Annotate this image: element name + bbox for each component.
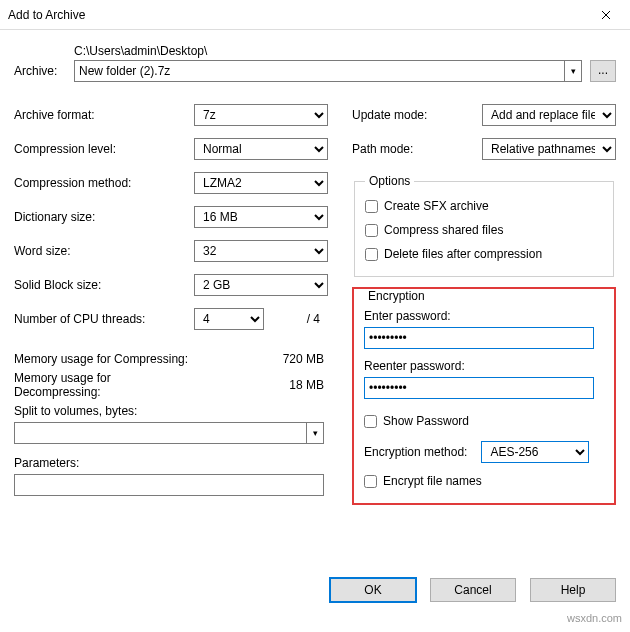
options-legend: Options xyxy=(365,174,414,188)
split-label: Split to volumes, bytes: xyxy=(14,404,332,418)
sfx-checkbox[interactable] xyxy=(365,200,378,213)
delete-checkbox[interactable] xyxy=(365,248,378,261)
cpu-max: / 4 xyxy=(272,312,320,326)
word-select[interactable]: 32 xyxy=(194,240,328,262)
sfx-label: Create SFX archive xyxy=(384,199,489,213)
chevron-down-icon: ▾ xyxy=(571,66,576,76)
mem-comp-label: Memory usage for Compressing: xyxy=(14,352,194,366)
cpu-label: Number of CPU threads: xyxy=(14,312,194,326)
titlebar: Add to Archive xyxy=(0,0,630,30)
ok-button[interactable]: OK xyxy=(330,578,416,602)
dialog-buttons: OK Cancel Help xyxy=(330,578,616,602)
archive-field: ▾ xyxy=(74,60,582,82)
reenter-password-label: Reenter password: xyxy=(364,359,604,373)
archive-label: Archive: xyxy=(14,64,66,78)
pathmode-label: Path mode: xyxy=(352,142,482,156)
password-input[interactable] xyxy=(364,327,594,349)
method-select[interactable]: LZMA2 xyxy=(194,172,328,194)
right-column: Update mode: Add and replace files Path … xyxy=(352,98,616,505)
split-dropdown-button[interactable]: ▾ xyxy=(306,422,324,444)
block-select[interactable]: 2 GB xyxy=(194,274,328,296)
update-select[interactable]: Add and replace files xyxy=(482,104,616,126)
encryption-highlight: Encryption Enter password: Reenter passw… xyxy=(352,287,616,505)
mem-decomp-value: 18 MB xyxy=(194,378,324,392)
encrypt-names-label: Encrypt file names xyxy=(383,474,482,488)
block-label: Solid Block size: xyxy=(14,278,194,292)
dict-label: Dictionary size: xyxy=(14,210,194,224)
archive-path: C:\Users\admin\Desktop\ xyxy=(74,44,616,58)
encryption-group: Encryption Enter password: Reenter passw… xyxy=(354,289,614,503)
pathmode-select[interactable]: Relative pathnames xyxy=(482,138,616,160)
encrypt-names-checkbox[interactable] xyxy=(364,475,377,488)
close-icon xyxy=(601,10,611,20)
enter-password-label: Enter password: xyxy=(364,309,604,323)
archive-filename-input[interactable] xyxy=(74,60,564,82)
shared-checkbox[interactable] xyxy=(365,224,378,237)
shared-label: Compress shared files xyxy=(384,223,503,237)
dialog-body: C:\Users\admin\Desktop\ Archive: ▾ ... A… xyxy=(0,30,630,505)
param-input[interactable] xyxy=(14,474,324,496)
dict-select[interactable]: 16 MB xyxy=(194,206,328,228)
mem-decomp-label: Memory usage for Decompressing: xyxy=(14,371,194,399)
delete-label: Delete files after compression xyxy=(384,247,542,261)
level-select[interactable]: Normal xyxy=(194,138,328,160)
method-label: Compression method: xyxy=(14,176,194,190)
word-label: Word size: xyxy=(14,244,194,258)
show-password-label: Show Password xyxy=(383,414,469,428)
browse-button[interactable]: ... xyxy=(590,60,616,82)
window-title: Add to Archive xyxy=(8,8,583,22)
level-label: Compression level: xyxy=(14,142,194,156)
encryption-legend: Encryption xyxy=(364,289,429,303)
watermark: wsxdn.com xyxy=(567,612,622,624)
update-label: Update mode: xyxy=(352,108,482,122)
mem-comp-value: 720 MB xyxy=(194,352,324,366)
archive-dropdown-button[interactable]: ▾ xyxy=(564,60,582,82)
left-column: Archive format: 7z Compression level: No… xyxy=(14,98,332,505)
help-button[interactable]: Help xyxy=(530,578,616,602)
password-confirm-input[interactable] xyxy=(364,377,594,399)
cancel-button[interactable]: Cancel xyxy=(430,578,516,602)
format-select[interactable]: 7z xyxy=(194,104,328,126)
chevron-down-icon: ▾ xyxy=(313,428,318,438)
enc-method-label: Encryption method: xyxy=(364,445,467,459)
cpu-select[interactable]: 4 xyxy=(194,308,264,330)
show-password-checkbox[interactable] xyxy=(364,415,377,428)
close-button[interactable] xyxy=(583,1,628,29)
options-group: Options Create SFX archive Compress shar… xyxy=(354,174,614,277)
format-label: Archive format: xyxy=(14,108,194,122)
enc-method-select[interactable]: AES-256 xyxy=(481,441,589,463)
split-input[interactable] xyxy=(14,422,306,444)
param-label: Parameters: xyxy=(14,456,332,470)
